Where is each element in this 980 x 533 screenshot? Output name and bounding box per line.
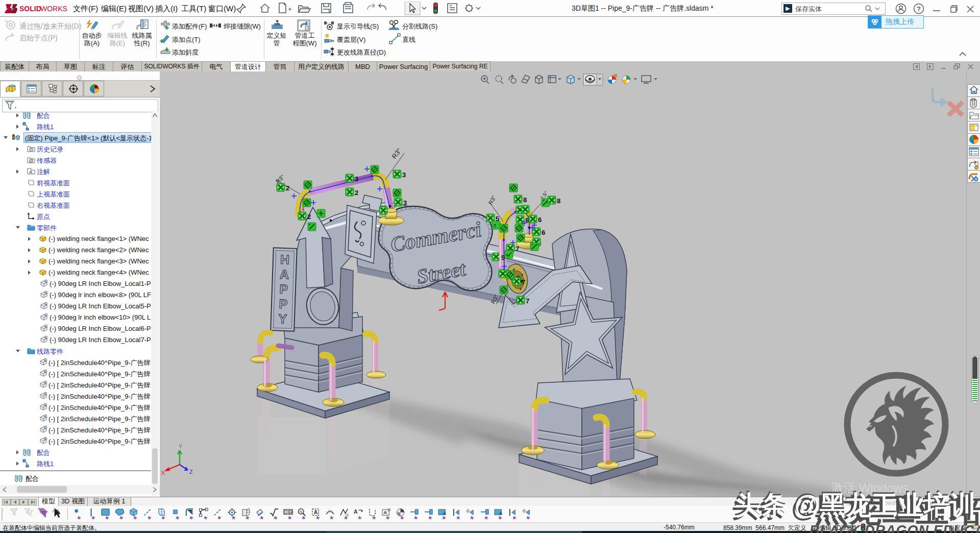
svg-text:P: P xyxy=(279,297,288,311)
svg-text:A: A xyxy=(313,509,317,515)
svg-text:✱: ✱ xyxy=(325,33,329,39)
svg-text:3: 3 xyxy=(402,171,406,179)
svg-text:N: N xyxy=(300,510,303,514)
svg-text:A: A xyxy=(383,510,387,515)
svg-text:2: 2 xyxy=(355,189,358,197)
svg-text:P: P xyxy=(279,282,288,297)
svg-text:Y: Y xyxy=(179,443,183,449)
svg-text:?: ? xyxy=(917,5,921,13)
svg-text:6: 6 xyxy=(538,216,542,224)
svg-text:0.3: 0.3 xyxy=(288,511,292,514)
svg-text:WORKS: WORKS xyxy=(40,5,67,13)
svg-text:SOLID: SOLID xyxy=(19,5,41,13)
svg-text:3: 3 xyxy=(355,175,358,183)
svg-text:2: 2 xyxy=(286,184,289,192)
svg-text:7: 7 xyxy=(522,278,525,286)
svg-text:H: H xyxy=(280,252,290,267)
svg-text:Y: Y xyxy=(278,311,287,326)
svg-text:2: 2 xyxy=(307,213,311,221)
svg-text:8: 8 xyxy=(523,196,527,204)
svg-text:X: X xyxy=(161,470,165,476)
svg-text:A: A xyxy=(354,508,358,515)
svg-text:6: 6 xyxy=(542,229,545,236)
svg-text:z: z xyxy=(494,223,496,228)
svg-text:A: A xyxy=(279,267,289,282)
svg-text:3: 3 xyxy=(403,199,407,207)
svg-text:8: 8 xyxy=(557,197,560,205)
svg-text:5: 5 xyxy=(501,254,505,261)
svg-text:Z: Z xyxy=(189,469,193,475)
svg-text:7: 7 xyxy=(526,297,529,305)
svg-text:7: 7 xyxy=(516,245,519,253)
